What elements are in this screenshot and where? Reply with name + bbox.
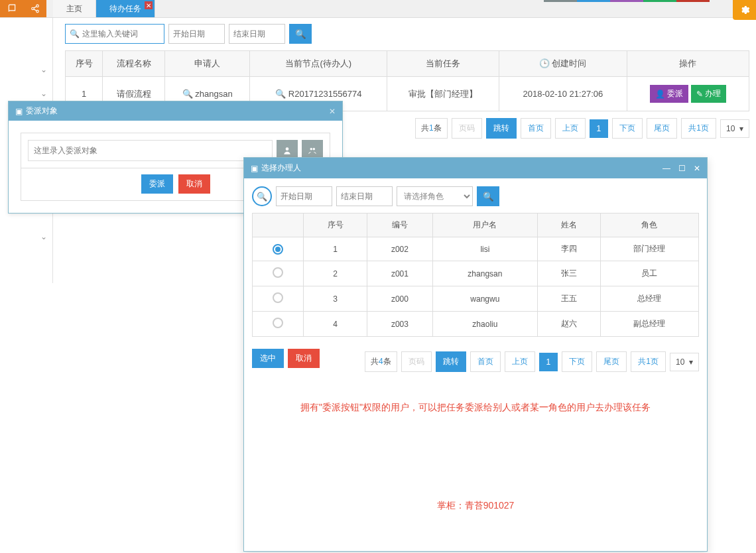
col-created: 🕒创建时间: [499, 51, 627, 77]
close-button[interactable]: ✕: [694, 164, 700, 173]
page-next[interactable]: 下页: [562, 351, 592, 372]
minimize-button[interactable]: —: [662, 164, 670, 173]
cell-created: 2018-02-10 21:27:06: [499, 77, 627, 111]
cell-task: 审批【部门经理】: [387, 77, 499, 111]
share-icon: [31, 4, 40, 13]
page-num-input[interactable]: 页码: [452, 118, 482, 139]
keyword-search-wrap: 🔍: [65, 24, 164, 44]
page-jump[interactable]: 跳转: [486, 118, 517, 139]
user-radio[interactable]: [273, 244, 283, 255]
cell-username-link[interactable]: lisi: [433, 237, 537, 261]
handle-button[interactable]: ✎办理: [691, 85, 726, 103]
col-username: 用户名: [433, 214, 537, 237]
search-button[interactable]: 🔍: [289, 24, 312, 44]
delegate-modal-title: 委派对象: [26, 105, 58, 117]
table-row[interactable]: 2z001zhangsan张三员工: [253, 261, 699, 286]
tab-close-button[interactable]: ✕: [145, 1, 153, 9]
svg-line-4: [34, 7, 36, 8]
tab-tasks[interactable]: 待办任务 ✕: [96, 0, 155, 17]
page-last[interactable]: 尾页: [596, 351, 627, 372]
role-select[interactable]: 请选择角色: [397, 186, 473, 206]
col-role: 角色: [600, 214, 698, 237]
start-date-input[interactable]: [168, 24, 225, 44]
col-applicant: 申请人: [165, 51, 250, 77]
close-button[interactable]: ✕: [329, 107, 336, 116]
page-next[interactable]: 下页: [612, 118, 643, 139]
tab-tasks-label: 待办任务: [109, 3, 141, 15]
handler-end-date[interactable]: [336, 186, 393, 206]
window-icon: ▣: [15, 107, 23, 116]
table-row[interactable]: 4z003zhaoliu赵六副总经理: [253, 312, 699, 337]
cell-username-link[interactable]: zhangsan: [433, 261, 537, 286]
user-table: 序号 编号 用户名 姓名 角色 1z002lisi李四部门经理2z001zhan…: [252, 213, 699, 337]
search-icon: 🔍: [275, 89, 288, 99]
page-jump[interactable]: 跳转: [436, 351, 466, 372]
select-cancel-button[interactable]: 取消: [288, 349, 320, 368]
tab-home[interactable]: 主页: [53, 0, 96, 17]
chevron-down-icon: ⌄: [40, 89, 47, 98]
search-toggle-button[interactable]: 🔍: [252, 186, 272, 206]
cell-role: 员工: [600, 261, 698, 286]
page-prev[interactable]: 上页: [505, 351, 535, 372]
end-date-input[interactable]: [229, 24, 285, 44]
sidebar-item-1[interactable]: ⌄: [0, 58, 52, 82]
handler-start-date[interactable]: [276, 186, 332, 206]
search-icon: 🔍: [70, 29, 80, 38]
cell-code: z001: [367, 261, 433, 286]
user-radio[interactable]: [273, 292, 283, 303]
cell-username-link[interactable]: wangwu: [433, 286, 537, 312]
page-pages: 共1页: [681, 118, 716, 139]
handler-bottom-row: 选中 取消 共4条 页码 跳转 首页 上页 1 下页 尾页 共1页 10 ▾: [252, 345, 699, 372]
cell-code: z002: [367, 237, 433, 261]
chevron-down-icon: ⌄: [40, 232, 47, 241]
settings-gear-button[interactable]: [733, 0, 756, 20]
delegate-button[interactable]: 👤委派: [650, 85, 688, 103]
top-bar: 主页 待办任务 ✕: [0, 0, 756, 18]
user-radio[interactable]: [273, 318, 283, 328]
svg-point-6: [310, 148, 313, 151]
author-label: 掌柜：青苔901027: [252, 500, 699, 512]
delegate-confirm-button[interactable]: 委派: [141, 174, 173, 194]
page-size-select[interactable]: 10 ▾: [670, 353, 699, 371]
page-last[interactable]: 尾页: [647, 118, 677, 139]
delegate-cancel-button[interactable]: 取消: [178, 174, 210, 194]
cell-role: 副总经理: [600, 312, 698, 337]
tab-list: 主页 待办任务 ✕: [53, 0, 155, 17]
window-icon: ▣: [251, 164, 258, 173]
search-row: 🔍 🔍: [65, 23, 756, 45]
user-radio[interactable]: [273, 267, 283, 278]
page-pages: 共1页: [631, 351, 666, 372]
sidebar-item-3[interactable]: ⌄: [0, 225, 52, 249]
page-current[interactable]: 1: [539, 353, 558, 371]
cell-role: 总经理: [600, 286, 698, 312]
book-button[interactable]: [0, 0, 23, 17]
cell-ops: 👤委派 ✎办理: [627, 77, 749, 111]
select-confirm-button[interactable]: 选中: [252, 349, 284, 368]
search-icon: 🔍: [182, 89, 196, 99]
page-num-input[interactable]: 页码: [401, 351, 432, 372]
page-prev[interactable]: 上页: [555, 118, 586, 139]
col-task: 当前任务: [387, 51, 499, 77]
page-first[interactable]: 首页: [470, 351, 501, 372]
cell-username-link[interactable]: zhaoliu: [433, 312, 537, 337]
page-size-select[interactable]: 10 ▾: [720, 119, 749, 138]
col-node: 当前节点(待办人): [250, 51, 387, 77]
table-row[interactable]: 1z002lisi李四部门经理: [253, 237, 699, 261]
chevron-down-icon: ⌄: [40, 65, 47, 74]
clock-icon: 🕒: [539, 58, 550, 68]
handler-search-button[interactable]: 🔍: [477, 186, 499, 206]
svg-point-2: [36, 10, 38, 12]
col-radio: [253, 214, 304, 237]
cell-name: 李四: [537, 237, 600, 261]
handler-search-row: 🔍 请选择角色 🔍: [252, 186, 699, 206]
cell-seq: 2: [304, 261, 367, 286]
col-seq: 序号: [304, 214, 367, 237]
page-current[interactable]: 1: [590, 119, 609, 138]
keyword-input[interactable]: [82, 29, 160, 38]
page-first[interactable]: 首页: [521, 118, 551, 139]
maximize-button[interactable]: ☐: [678, 164, 686, 173]
table-row[interactable]: 3z000wangwu王五总经理: [253, 286, 699, 312]
delegate-target-input[interactable]: [28, 140, 273, 161]
cell-seq: 1: [304, 237, 367, 261]
share-button[interactable]: [23, 0, 46, 17]
